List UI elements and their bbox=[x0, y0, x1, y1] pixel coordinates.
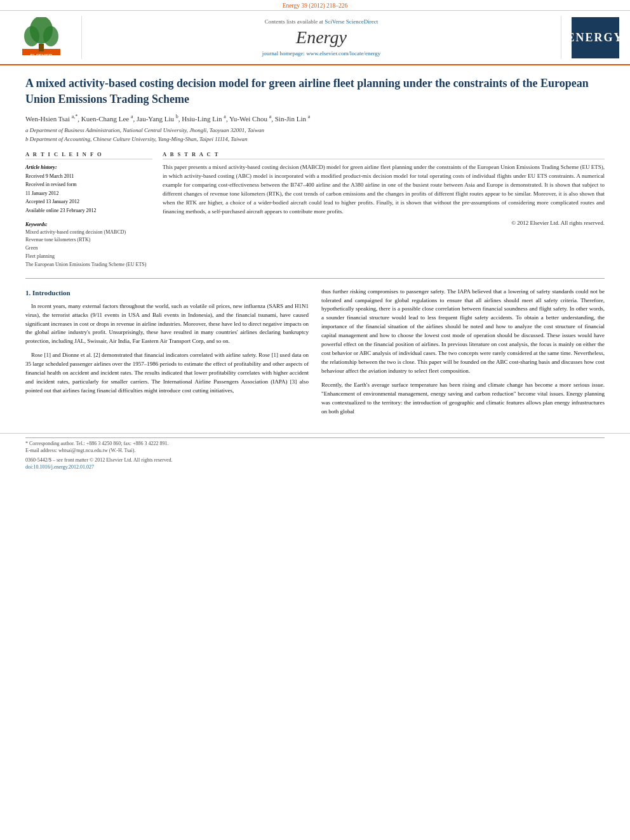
keyword-3: Green bbox=[25, 244, 152, 253]
svg-rect-4 bbox=[39, 44, 44, 51]
abstract-column: A B S T R A C T This paper presents a mi… bbox=[163, 151, 605, 269]
para1-text: In recent years, many external factors t… bbox=[25, 302, 309, 347]
homepage-label: journal homepage: bbox=[262, 50, 305, 57]
received-date: Received 9 March 2011 bbox=[25, 172, 152, 181]
page-footer: * Corresponding author. Tel.: +886 3 425… bbox=[0, 433, 630, 474]
copyright: © 2012 Elsevier Ltd. All rights reserved… bbox=[163, 219, 605, 228]
energy-brand: ENERGY bbox=[572, 17, 619, 58]
keyword-2: Revenue tone kilometers (RTK) bbox=[25, 236, 152, 244]
body-right-col: thus further risking compromises to pass… bbox=[321, 288, 605, 422]
keywords-section: Keywords: Mixed activity-based costing d… bbox=[25, 222, 152, 269]
body-para-2: Rose [1] and Dionne et al. [2] demonstra… bbox=[25, 351, 309, 396]
section1-heading: 1. Introduction bbox=[25, 288, 309, 298]
keyword-4: Fleet planning bbox=[25, 253, 152, 261]
affiliations: a Department of Business Administration,… bbox=[25, 126, 605, 143]
section-divider bbox=[25, 278, 605, 279]
abstract-text: This paper presents a mixed activity-bas… bbox=[163, 163, 605, 228]
journal-center: Contents lists available at SciVerse Sci… bbox=[81, 16, 561, 59]
energy-logo-box: ENERGY bbox=[566, 16, 624, 59]
elsevier-logo: ELSEVIER bbox=[6, 16, 76, 59]
abstract-body: This paper presents a mixed activity-bas… bbox=[163, 164, 605, 215]
elsevier-tree-icon: ELSEVIER bbox=[16, 17, 67, 58]
journal-homepage: journal homepage: www.elsevier.com/locat… bbox=[262, 50, 381, 57]
issn-line: 0360-5442/$ – see front matter © 2012 El… bbox=[25, 457, 605, 463]
article-info-column: A R T I C L E I N F O Article history: R… bbox=[25, 151, 152, 269]
body-left-col: 1. Introduction In recent years, many ex… bbox=[25, 288, 309, 422]
keywords-label: Keywords: bbox=[25, 222, 152, 227]
received-revised-label: Received in revised form bbox=[25, 180, 152, 189]
para3-text: thus further risking compromises to pass… bbox=[321, 288, 605, 374]
homepage-url-text[interactable]: www.elsevier.com/locate/energy bbox=[306, 50, 380, 57]
body-text: 1. Introduction In recent years, many ex… bbox=[25, 288, 605, 422]
citation-bar: Energy 39 (2012) 218–226 bbox=[0, 0, 630, 11]
journal-name: Energy bbox=[296, 27, 347, 48]
para2-text: Rose [1] and Dionne et al. [2] demonstra… bbox=[25, 351, 309, 396]
footnote-email: E-mail address: whtsai@mgt.ncu.edu.tw (W… bbox=[25, 448, 605, 453]
article-info-abstract: A R T I C L E I N F O Article history: R… bbox=[25, 151, 605, 269]
body-para-1: In recent years, many external factors t… bbox=[25, 302, 309, 347]
keyword-1: Mixed activity-based costing decision (M… bbox=[25, 229, 152, 237]
sciverse-line: Contents lists available at SciVerse Sci… bbox=[265, 18, 379, 25]
available-date: Available online 23 February 2012 bbox=[25, 206, 152, 215]
svg-text:ELSEVIER: ELSEVIER bbox=[30, 53, 53, 58]
article-history: Article history: Received 9 March 2011 R… bbox=[25, 163, 152, 215]
citation-text: Energy 39 (2012) 218–226 bbox=[283, 3, 347, 9]
body-para-3: thus further risking compromises to pass… bbox=[321, 288, 605, 376]
doi-line[interactable]: doi:10.1016/j.energy.2012.01.027 bbox=[25, 464, 605, 470]
svg-point-2 bbox=[24, 26, 39, 46]
para4-text: Recently, the Earth's average surface te… bbox=[321, 382, 605, 415]
history-label: Article history: bbox=[25, 163, 152, 172]
keyword-5: The European Union Emissions Trading Sch… bbox=[25, 261, 152, 269]
authors-text: Wen-Hsien Tsai a,*, Kuen-Chang Lee a, Ja… bbox=[25, 115, 310, 123]
main-content: A mixed activity-based costing decision … bbox=[0, 65, 630, 428]
affiliation-a: a Department of Business Administration,… bbox=[25, 126, 605, 135]
body-para-4: Recently, the Earth's average surface te… bbox=[321, 381, 605, 417]
accepted-date: Accepted 13 January 2012 bbox=[25, 197, 152, 206]
received-revised-date: 11 January 2012 bbox=[25, 189, 152, 198]
article-title: A mixed activity-based costing decision … bbox=[25, 76, 605, 107]
footnote-star: * Corresponding author. Tel.: +886 3 425… bbox=[25, 441, 605, 446]
svg-point-3 bbox=[43, 26, 58, 46]
authors-line: Wen-Hsien Tsai a,*, Kuen-Chang Lee a, Ja… bbox=[25, 114, 605, 123]
journal-header: ELSEVIER Contents lists available at Sci… bbox=[0, 11, 630, 65]
article-info-label: A R T I C L E I N F O bbox=[25, 151, 152, 159]
abstract-label: A B S T R A C T bbox=[163, 151, 605, 159]
affiliation-b: b Department of Accounting, Chinese Cult… bbox=[25, 135, 605, 144]
